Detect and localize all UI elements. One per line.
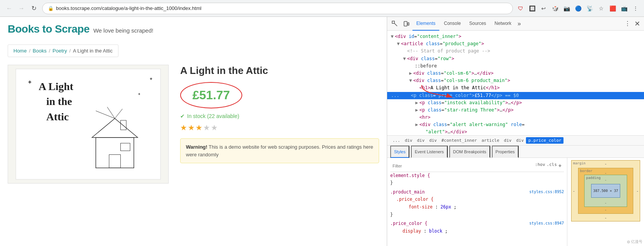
- check-icon: ✔: [180, 113, 185, 119]
- star-rating: ★ ★ ★ ★ ★: [180, 123, 379, 132]
- bc-article[interactable]: article: [479, 137, 501, 144]
- site-title-text: Books to Scrape: [8, 23, 89, 35]
- extension-icon-2[interactable]: ↩: [539, 4, 548, 13]
- margin-bottom-label: -: [605, 216, 607, 220]
- breadcrumb-home[interactable]: Home: [13, 48, 27, 54]
- tree-line-alert[interactable]: ▶ <div class="alert alert-warning" role=: [387, 121, 644, 128]
- tab-styles[interactable]: Styles: [390, 146, 409, 158]
- browser-actions: 🛡 🔲 ↩ 🎲 📷 🔵 📡 ☆ 🟥 📺 ⋮: [516, 4, 640, 13]
- webpage-area: Books to Scrape We love being scraped! H…: [0, 17, 387, 246]
- shield-icon[interactable]: 🛡: [516, 4, 525, 13]
- tree-line-hr[interactable]: <hr>: [387, 114, 644, 121]
- tab-elements[interactable]: Elements: [412, 17, 439, 31]
- tree-line-article[interactable]: ▼ <article class="product_page">: [387, 40, 644, 48]
- bc-content-inner[interactable]: #content_inner: [439, 137, 480, 144]
- css-rule-price-color: .price_color { styles.css:8947 display :…: [390, 220, 564, 235]
- tree-line-alert-continued[interactable]: "alert">…</div>: [387, 128, 644, 135]
- breadcrumb-poetry[interactable]: Poetry: [53, 48, 67, 54]
- tab-console[interactable]: Console: [440, 17, 465, 31]
- bc-div-4[interactable]: div: [502, 137, 514, 144]
- toggle-icon[interactable]: ▶: [408, 70, 413, 77]
- tree-line-price-color[interactable]: ... <p class="price_color">£51.77</p> ==…: [387, 92, 644, 99]
- comment-text: <!-- Start of product page -->: [407, 48, 490, 55]
- tab-properties[interactable]: Properties: [492, 146, 519, 158]
- webpage-header: Books to Scrape We love being scraped!: [0, 17, 387, 39]
- tab-network[interactable]: Network: [491, 17, 515, 31]
- add-style-icon[interactable]: +: [559, 161, 562, 171]
- svg-rect-1: [16, 69, 161, 179]
- content-layer: 387.500 × 37: [591, 184, 620, 198]
- svg-text:✦: ✦: [138, 92, 141, 96]
- bc-div-5[interactable]: div: [514, 137, 526, 144]
- bc-div-3[interactable]: div: [427, 137, 439, 144]
- padding-top-val: -: [605, 178, 606, 182]
- tab-sources[interactable]: Sources: [465, 17, 490, 31]
- star-icon[interactable]: ☆: [596, 4, 606, 13]
- ellipsis-dots: ...: [389, 92, 399, 99]
- extension-icon-1[interactable]: 🔲: [527, 4, 537, 13]
- box-model: - - - - margin border - -: [571, 160, 640, 221]
- extension-icon-4[interactable]: 🔵: [573, 4, 583, 13]
- product-area: A Light in the Attic: [0, 61, 387, 191]
- back-button[interactable]: ←: [4, 3, 15, 14]
- camera-icon[interactable]: 📷: [562, 4, 571, 13]
- tree-line-before[interactable]: ::before: [387, 62, 644, 70]
- extension-icon-3[interactable]: 🎲: [550, 4, 560, 13]
- css-source-8947[interactable]: styles.css:8947: [529, 220, 564, 226]
- toggle-icon[interactable]: ▶: [414, 107, 419, 114]
- tab-event-listeners[interactable]: Event Listeners: [411, 146, 448, 158]
- toggle-icon[interactable]: ▼: [408, 77, 413, 84]
- styles-tabs-bar: Styles Event Listeners DOM Breakpoints P…: [387, 146, 644, 158]
- tree-line-comment[interactable]: <!-- Start of product page -->: [387, 48, 644, 55]
- toggle-icon[interactable]: ▶: [414, 121, 419, 128]
- breadcrumb-books[interactable]: Books: [33, 48, 46, 54]
- star-4: ★: [203, 123, 210, 132]
- filter-input[interactable]: [393, 164, 535, 168]
- toggle-icon[interactable]: ▼: [396, 40, 401, 48]
- forward-button[interactable]: →: [16, 3, 27, 14]
- hov-filter[interactable]: :hov: [535, 161, 545, 171]
- devtools-settings-icon[interactable]: ⋮: [623, 20, 632, 27]
- svg-text:in the: in the: [46, 95, 72, 107]
- styles-content: :hov .cls + element.style { } .product_m…: [387, 158, 644, 246]
- css-val-display: block: [429, 228, 442, 234]
- tree-line-div-content-inner[interactable]: ▼ <div id="content_inner">: [387, 33, 644, 40]
- more-tabs-button[interactable]: »: [516, 20, 522, 27]
- css-rule-product-main: .product_main styles.css:8952 .price_col…: [390, 189, 564, 218]
- warning-box: Warning! This is a demo website for web …: [180, 138, 379, 163]
- devtools-close-button[interactable]: ✕: [633, 20, 642, 28]
- tab-dom-breakpoints[interactable]: DOM Breakpoints: [449, 146, 490, 158]
- bc-ellipsis[interactable]: ...: [390, 137, 402, 144]
- address-bar[interactable]: 🔒 books.toscrape.com/catalogue/a-light-i…: [42, 3, 513, 14]
- in-stock-text: In stock (22 available): [187, 113, 239, 119]
- extension-icon-5[interactable]: 📡: [585, 4, 594, 13]
- tree-line-div-row[interactable]: ▼ <div class="row">: [387, 55, 644, 62]
- css-source-8952[interactable]: styles.css:8952: [529, 189, 564, 195]
- device-toolbar-button[interactable]: [401, 18, 412, 29]
- cls-filter[interactable]: .cls: [547, 161, 557, 171]
- bc-div-1[interactable]: div: [402, 137, 415, 144]
- tree-line-col-sm-6-product-main[interactable]: ▼ <div class="col-sm-6 product_main">: [387, 77, 644, 84]
- site-title: Books to Scrape We love being scraped!: [8, 23, 379, 35]
- browser-chrome: ← → ↻ 🔒 books.toscrape.com/catalogue/a-l…: [0, 0, 644, 17]
- product-info: A Light in the Attic £51.77 ✔ In stock (…: [180, 65, 379, 184]
- svg-rect-16: [392, 21, 394, 23]
- breadcrumb-sep-1: /: [29, 48, 31, 54]
- inspect-element-button[interactable]: [389, 18, 400, 29]
- bc-price-color[interactable]: p.price_color: [526, 137, 564, 144]
- menu-icon[interactable]: ⋮: [631, 4, 640, 13]
- css-selector-product-main: .product_main: [390, 189, 425, 195]
- toggle-icon[interactable]: ▶: [414, 99, 419, 107]
- toggle-icon[interactable]: ▼: [402, 55, 407, 62]
- tree-line-col-sm-6-1[interactable]: ▶ <div class="col-sm-6">…</div>: [387, 70, 644, 77]
- tree-line-instock[interactable]: ▶ <p class="instock availability">…</p>: [387, 99, 644, 107]
- border-title: border: [580, 169, 593, 173]
- toggle-icon[interactable]: ▼: [389, 33, 395, 40]
- bc-div-2[interactable]: div: [415, 137, 427, 144]
- reload-button[interactable]: ↻: [28, 3, 39, 14]
- svg-text:A Light: A Light: [39, 80, 74, 92]
- tree-line-star-rating[interactable]: ▶ <p class="star-rating Three">…</p>: [387, 107, 644, 114]
- tree-line-h1[interactable]: <h1>A Light in the Attic</h1>: [387, 84, 644, 92]
- cast-icon[interactable]: 📺: [619, 4, 629, 13]
- extension-icon-6[interactable]: 🟥: [608, 4, 617, 13]
